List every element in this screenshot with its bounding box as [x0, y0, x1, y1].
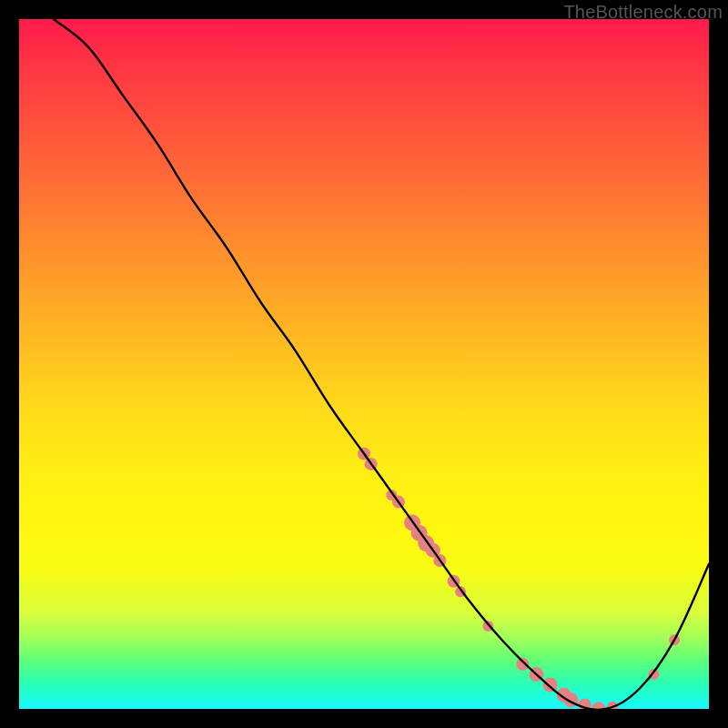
bottleneck-curve	[54, 19, 709, 709]
highlight-marker	[592, 702, 605, 709]
chart-svg	[19, 19, 709, 709]
markers-layer	[358, 448, 680, 709]
highlight-marker	[516, 658, 529, 671]
watermark-text: TheBottleneck.com	[563, 2, 723, 23]
